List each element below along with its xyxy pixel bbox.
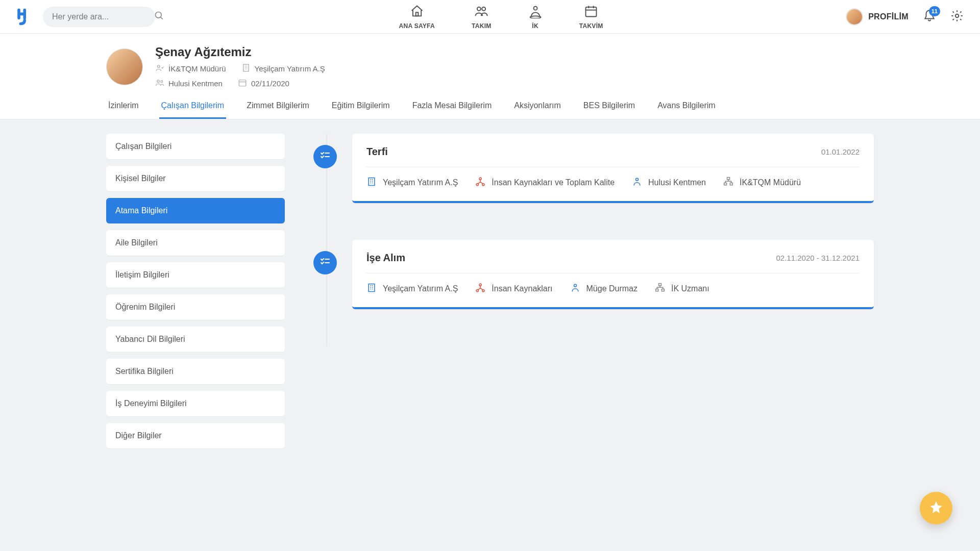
assignment-card: İşe Alım02.11.2020 - 31.12.2021Yeşilçam … xyxy=(352,240,874,309)
tab-item[interactable]: Zimmet Bilgilerim xyxy=(244,96,311,119)
main-content: Çalışan BilgileriKişisel BilgilerAtama B… xyxy=(106,134,874,448)
nav-hr[interactable]: İK xyxy=(528,4,543,30)
topbar-right: PROFİLİM 11 xyxy=(847,9,964,24)
profile-manager: Hulusi Kentmen xyxy=(155,78,223,89)
profile-company-text: Yeşilçam Yatırım A.Ş xyxy=(255,64,325,73)
building-icon xyxy=(241,63,251,74)
svg-point-4 xyxy=(482,7,486,10)
svg-rect-13 xyxy=(243,64,249,71)
svg-point-0 xyxy=(156,12,162,18)
svg-rect-2 xyxy=(415,12,418,16)
sidenav-item[interactable]: Öğrenim Bilgileri xyxy=(106,294,285,320)
person-icon xyxy=(570,283,580,295)
home-icon xyxy=(410,4,424,20)
svg-point-49 xyxy=(479,284,481,286)
sidenav-item[interactable]: Çalışan Bilgileri xyxy=(106,134,285,159)
svg-rect-38 xyxy=(724,183,727,185)
person-icon xyxy=(155,63,164,74)
profile-avatar xyxy=(106,48,143,85)
sidenav-item[interactable]: Kişisel Bilgiler xyxy=(106,166,285,191)
sidenav-item[interactable]: Diğer Bilgiler xyxy=(106,423,285,448)
profile-title: İK&TQM Müdürü xyxy=(155,63,226,74)
tab-item[interactable]: Çalışan Bilgilerim xyxy=(159,96,227,119)
card-manager: Müge Durmaz xyxy=(570,283,638,295)
side-nav: Çalışan BilgileriKişisel BilgilerAtama B… xyxy=(106,134,285,448)
profile-name: Şenay Ağzıtemiz xyxy=(155,45,325,59)
calendar-icon xyxy=(584,4,598,20)
svg-rect-37 xyxy=(727,178,730,180)
svg-point-20 xyxy=(157,80,160,83)
sidenav-item[interactable]: Yabancı Dil Bilgileri xyxy=(106,327,285,352)
card-company: Yeşilçam Yatırım A.Ş xyxy=(366,177,458,189)
svg-point-3 xyxy=(477,7,481,10)
svg-rect-54 xyxy=(656,289,658,291)
svg-point-6 xyxy=(530,16,541,18)
profile-tabs: İzinlerimÇalışan BilgilerimZimmet Bilgil… xyxy=(106,96,874,119)
topbar: ANA SAYFA TAKIM İK TAKVİM PROFİLİM 11 xyxy=(0,0,980,34)
help-fab[interactable] xyxy=(920,492,952,524)
users-icon xyxy=(155,78,164,89)
org-icon xyxy=(723,177,733,189)
app-logo[interactable] xyxy=(16,8,31,26)
nav-team[interactable]: TAKIM xyxy=(472,4,492,30)
nav-calendar[interactable]: TAKVİM xyxy=(579,4,603,30)
sidenav-item[interactable]: Aile Bilgileri xyxy=(106,230,285,256)
org-icon xyxy=(655,283,665,295)
svg-point-5 xyxy=(533,6,537,10)
notifications-button[interactable]: 11 xyxy=(923,9,936,24)
profile-label: PROFİLİM xyxy=(868,12,909,21)
top-nav: ANA SAYFA TAKIM İK TAKVİM xyxy=(399,4,603,30)
profile-date: 02/11/2020 xyxy=(238,78,289,89)
svg-point-21 xyxy=(161,81,163,83)
network-icon xyxy=(475,177,485,189)
timeline-marker xyxy=(313,145,337,168)
nav-calendar-label: TAKVİM xyxy=(579,22,603,30)
search-input[interactable] xyxy=(52,12,154,21)
sidenav-item[interactable]: İş Deneyimi Bilgileri xyxy=(106,391,285,416)
sidenav-item[interactable]: İletişim Bilgileri xyxy=(106,262,285,288)
hr-icon xyxy=(528,4,543,20)
card-department: İnsan Kaynakları xyxy=(475,283,552,295)
tab-item[interactable]: Eğitim Bilgilerim xyxy=(330,96,392,119)
gear-icon xyxy=(950,15,964,24)
card-date: 02.11.2020 - 31.12.2021 xyxy=(776,254,860,262)
global-search[interactable] xyxy=(43,7,155,27)
profile-date-text: 02/11/2020 xyxy=(251,79,289,88)
checklist-icon xyxy=(319,256,331,270)
person-icon xyxy=(632,177,642,189)
team-icon xyxy=(474,4,488,20)
settings-button[interactable] xyxy=(950,9,964,24)
avatar xyxy=(847,9,862,24)
card-manager: Hulusi Kentmen xyxy=(632,177,706,189)
nav-hr-label: İK xyxy=(532,22,538,30)
nav-home-label: ANA SAYFA xyxy=(399,22,435,30)
profile-header: Şenay Ağzıtemiz İK&TQM Müdürü Yeşilçam Y… xyxy=(0,34,980,119)
card-date: 01.01.2022 xyxy=(821,147,860,156)
profile-manager-text: Hulusi Kentmen xyxy=(168,79,223,88)
tab-item[interactable]: İzinlerim xyxy=(106,96,141,119)
timeline-item: İşe Alım02.11.2020 - 31.12.2021Yeşilçam … xyxy=(331,240,874,309)
nav-team-label: TAKIM xyxy=(472,22,492,30)
card-title: Terfi xyxy=(366,146,388,158)
building-icon xyxy=(366,177,377,189)
sidenav-item[interactable]: Sertifika Bilgileri xyxy=(106,359,285,384)
tab-item[interactable]: BES Bilgilerim xyxy=(581,96,637,119)
nav-home[interactable]: ANA SAYFA xyxy=(399,4,435,30)
timeline-item: Terfi01.01.2022Yeşilçam Yatırım A.Şİnsan… xyxy=(331,134,874,203)
svg-rect-55 xyxy=(662,289,664,291)
svg-point-52 xyxy=(574,284,576,287)
tab-item[interactable]: Aksiyonlarım xyxy=(512,96,563,119)
svg-rect-42 xyxy=(369,284,375,292)
svg-point-11 xyxy=(955,14,959,17)
sidenav-item[interactable]: Atama Bilgileri xyxy=(106,198,285,223)
building-icon xyxy=(366,283,377,295)
profile-link[interactable]: PROFİLİM xyxy=(847,9,909,24)
star-icon xyxy=(929,500,943,516)
bell-icon xyxy=(923,15,936,24)
timeline-marker xyxy=(313,251,337,274)
tab-item[interactable]: Avans Bilgilerim xyxy=(655,96,718,119)
svg-line-1 xyxy=(161,17,163,19)
tab-item[interactable]: Fazla Mesai Bilgilerim xyxy=(410,96,494,119)
assignment-card: Terfi01.01.2022Yeşilçam Yatırım A.Şİnsan… xyxy=(352,134,874,203)
card-department: İnsan Kaynakları ve Toplam Kalite xyxy=(475,177,615,189)
